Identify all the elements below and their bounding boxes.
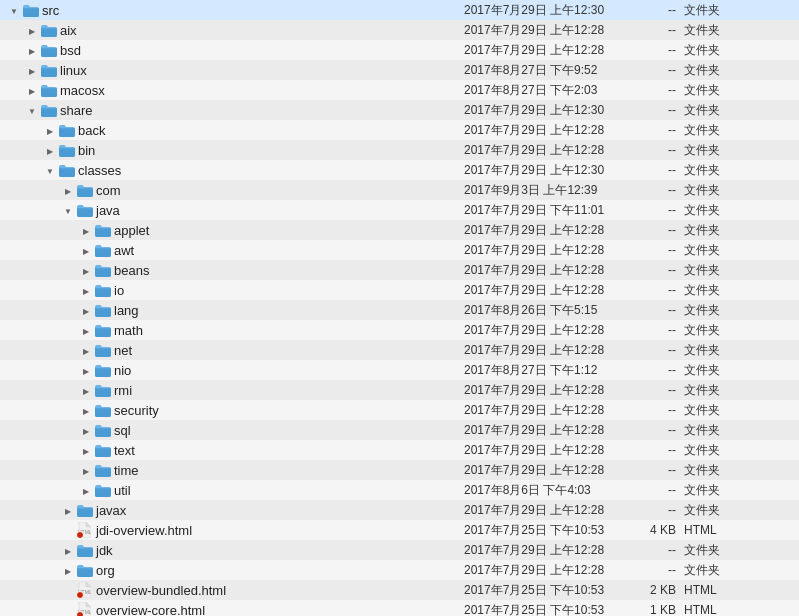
expand-triangle[interactable] [80, 324, 92, 336]
col-kind: 文件夹 [684, 542, 764, 559]
item-name-label: linux [60, 63, 87, 78]
html-file-icon: HTML [77, 522, 93, 538]
col-kind: 文件夹 [684, 182, 764, 199]
expand-triangle[interactable] [80, 304, 92, 316]
list-item[interactable]: HTML overview-core.html2017年7月25日 下午10:5… [0, 600, 799, 616]
list-item[interactable]: lang2017年8月26日 下午5:15--文件夹 [0, 300, 799, 320]
item-name-label: text [114, 443, 135, 458]
item-name-label: awt [114, 243, 134, 258]
list-item[interactable]: net2017年7月29日 上午12:28--文件夹 [0, 340, 799, 360]
list-item[interactable]: com2017年9月3日 上午12:39--文件夹 [0, 180, 799, 200]
col-name: linux [4, 63, 464, 78]
expand-triangle[interactable] [44, 144, 56, 156]
col-name: jdk [4, 543, 464, 558]
item-name-label: aix [60, 23, 77, 38]
col-kind: 文件夹 [684, 282, 764, 299]
list-item[interactable]: nio2017年8月27日 下午1:12--文件夹 [0, 360, 799, 380]
item-name-label: sql [114, 423, 131, 438]
expand-triangle[interactable] [80, 424, 92, 436]
list-item[interactable]: math2017年7月29日 上午12:28--文件夹 [0, 320, 799, 340]
list-item[interactable]: applet2017年7月29日 上午12:28--文件夹 [0, 220, 799, 240]
expand-triangle[interactable] [26, 104, 38, 116]
expand-triangle[interactable] [62, 544, 74, 556]
item-name-label: nio [114, 363, 131, 378]
folder-icon [95, 244, 111, 257]
list-item[interactable]: jdk2017年7月29日 上午12:28--文件夹 [0, 540, 799, 560]
expand-triangle[interactable] [26, 84, 38, 96]
col-size: -- [624, 243, 684, 257]
expand-triangle[interactable] [62, 204, 74, 216]
list-item[interactable]: bsd2017年7月29日 上午12:28--文件夹 [0, 40, 799, 60]
expand-triangle[interactable] [80, 244, 92, 256]
col-name: share [4, 103, 464, 118]
col-date: 2017年7月29日 上午12:28 [464, 562, 624, 579]
list-item[interactable]: io2017年7月29日 上午12:28--文件夹 [0, 280, 799, 300]
expand-triangle[interactable] [62, 184, 74, 196]
col-size: -- [624, 123, 684, 137]
col-size: -- [624, 363, 684, 377]
expand-triangle[interactable] [44, 124, 56, 136]
col-date: 2017年7月29日 上午12:28 [464, 42, 624, 59]
expand-triangle[interactable] [26, 44, 38, 56]
col-kind: 文件夹 [684, 222, 764, 239]
list-item[interactable]: java2017年7月29日 下午11:01--文件夹 [0, 200, 799, 220]
expand-triangle[interactable] [80, 444, 92, 456]
expand-triangle[interactable] [80, 464, 92, 476]
col-size: -- [624, 323, 684, 337]
list-item[interactable]: classes2017年7月29日 上午12:30--文件夹 [0, 160, 799, 180]
list-item[interactable]: awt2017年7月29日 上午12:28--文件夹 [0, 240, 799, 260]
list-item[interactable]: text2017年7月29日 上午12:28--文件夹 [0, 440, 799, 460]
expand-triangle[interactable] [26, 64, 38, 76]
expand-triangle[interactable] [80, 284, 92, 296]
list-item[interactable]: HTML overview-bundled.html2017年7月25日 下午1… [0, 580, 799, 600]
expand-triangle[interactable] [80, 264, 92, 276]
col-date: 2017年7月29日 上午12:28 [464, 222, 624, 239]
expand-triangle[interactable] [62, 504, 74, 516]
list-item[interactable]: sql2017年7月29日 上午12:28--文件夹 [0, 420, 799, 440]
expand-triangle[interactable] [62, 564, 74, 576]
expand-triangle[interactable] [80, 404, 92, 416]
list-item[interactable]: share2017年7月29日 上午12:30--文件夹 [0, 100, 799, 120]
list-item[interactable]: util2017年8月6日 下午4:03--文件夹 [0, 480, 799, 500]
col-date: 2017年7月29日 上午12:30 [464, 162, 624, 179]
col-name: math [4, 323, 464, 338]
expand-triangle[interactable] [44, 164, 56, 176]
col-name: rmi [4, 383, 464, 398]
col-date: 2017年7月25日 下午10:53 [464, 582, 624, 599]
expand-triangle[interactable] [80, 484, 92, 496]
list-item[interactable]: back2017年7月29日 上午12:28--文件夹 [0, 120, 799, 140]
list-item[interactable]: HTML jdi-overview.html2017年7月25日 下午10:53… [0, 520, 799, 540]
expand-triangle[interactable] [26, 24, 38, 36]
folder-icon [41, 84, 57, 97]
col-date: 2017年8月27日 下午2:03 [464, 82, 624, 99]
list-item[interactable]: javax2017年7月29日 上午12:28--文件夹 [0, 500, 799, 520]
expand-triangle[interactable] [80, 224, 92, 236]
list-item[interactable]: time2017年7月29日 上午12:28--文件夹 [0, 460, 799, 480]
col-date: 2017年7月29日 上午12:28 [464, 342, 624, 359]
expand-triangle[interactable] [80, 364, 92, 376]
folder-icon [95, 464, 111, 477]
list-item[interactable]: beans2017年7月29日 上午12:28--文件夹 [0, 260, 799, 280]
list-item[interactable]: security2017年7月29日 上午12:28--文件夹 [0, 400, 799, 420]
list-item[interactable]: linux2017年8月27日 下午9:52--文件夹 [0, 60, 799, 80]
list-item[interactable]: bin2017年7月29日 上午12:28--文件夹 [0, 140, 799, 160]
folder-icon [95, 284, 111, 297]
col-date: 2017年7月29日 上午12:28 [464, 122, 624, 139]
folder-icon [95, 224, 111, 237]
html-badge [76, 591, 84, 598]
col-name: HTML overview-core.html [4, 602, 464, 616]
col-name: java [4, 203, 464, 218]
list-item[interactable]: aix2017年7月29日 上午12:28--文件夹 [0, 20, 799, 40]
folder-icon [95, 384, 111, 397]
col-name: lang [4, 303, 464, 318]
list-item[interactable]: org2017年7月29日 上午12:28--文件夹 [0, 560, 799, 580]
expand-triangle[interactable] [80, 384, 92, 396]
col-name: classes [4, 163, 464, 178]
list-item[interactable]: macosx2017年8月27日 下午2:03--文件夹 [0, 80, 799, 100]
expand-triangle[interactable] [80, 344, 92, 356]
col-size: -- [624, 443, 684, 457]
list-item[interactable]: src2017年7月29日 上午12:30--文件夹 [0, 0, 799, 20]
list-item[interactable]: rmi2017年7月29日 上午12:28--文件夹 [0, 380, 799, 400]
col-kind: HTML [684, 603, 764, 616]
expand-triangle[interactable] [8, 4, 20, 16]
